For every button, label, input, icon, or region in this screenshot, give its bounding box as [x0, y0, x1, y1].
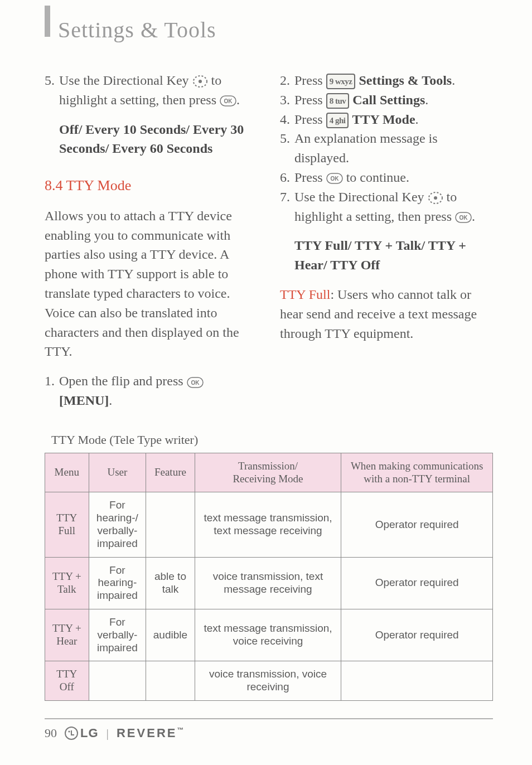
step-4: 4. Press 4 ghi TTY Mode.: [280, 110, 493, 129]
options-list: TTY Full/ TTY + Talk/ TTY + Hear/ TTY Of…: [294, 236, 493, 275]
period: .: [236, 93, 240, 107]
step-5-left: 5. Use the Directional Key to highlight …: [45, 71, 258, 168]
body-text: Press: [294, 112, 323, 127]
step-3: 3. Press 8 tuv Call Settings.: [280, 90, 493, 110]
two-column-layout: 5. Use the Directional Key to highlight …: [45, 71, 493, 410]
step-number: 5.: [280, 129, 290, 168]
period: .: [452, 73, 455, 88]
svg-point-13: [68, 730, 70, 732]
tty-intro-paragraph: Allows you to attach a TTY device enabli…: [45, 206, 258, 361]
body-text: Use the Directional Key: [59, 73, 189, 88]
svg-point-9: [434, 196, 437, 200]
col-mode: Transmission/ Receiving Mode: [195, 453, 341, 492]
svg-text:OK: OK: [224, 98, 233, 104]
svg-text:OK: OK: [191, 380, 200, 386]
step-2: 2. Press 9 wxyz Settings & Tools.: [280, 71, 493, 90]
tty-full-description: TTY Full: Users who cannot talk or hear …: [280, 285, 493, 343]
step-number: 1.: [45, 371, 55, 410]
step-number: 3.: [280, 90, 290, 110]
cell-menu: TTY + Hear: [45, 609, 89, 661]
col-operator: When making communications with a non-TT…: [341, 453, 493, 492]
svg-text:OK: OK: [459, 215, 468, 221]
lg-text: LG: [80, 726, 99, 740]
page-title: Settings & Tools: [58, 17, 493, 43]
body-text: Press: [294, 170, 323, 185]
cell-mode: text message transmission, text message …: [195, 492, 341, 557]
cell-user: For hearing- impaired: [89, 557, 146, 609]
step-number: 4.: [280, 110, 290, 129]
key-8-icon: 8 tuv: [326, 93, 350, 109]
tty-full-label: TTY Full: [280, 287, 330, 302]
cell-feature: [146, 492, 195, 557]
body-text: Press: [294, 73, 323, 88]
ok-key-icon: OK: [187, 377, 204, 388]
cell-menu: TTY + Talk: [45, 557, 89, 609]
table-caption: TTY Mode (Tele Type writer): [51, 433, 493, 447]
cell-feature: [146, 661, 195, 701]
header-accent-bar: [45, 6, 50, 37]
key-4-icon: 4 ghi: [326, 113, 349, 128]
section-heading: 8.4 TTY Mode: [45, 175, 258, 196]
ok-key-icon: OK: [455, 212, 472, 223]
step-7: 7. Use the Directional Key to highlight …: [280, 187, 493, 285]
cell-feature: able to talk: [146, 557, 195, 609]
step-number: 2.: [280, 71, 290, 90]
cell-op: Operator required: [341, 492, 493, 557]
step-number: 6.: [280, 168, 290, 187]
options-list: Off/ Every 10 Seconds/ Every 30 Seconds/…: [59, 120, 258, 159]
period: .: [415, 112, 419, 127]
cell-op: Operator required: [341, 609, 493, 661]
menu-name: Call Settings: [352, 93, 425, 107]
col-feature: Feature: [146, 453, 195, 492]
revere-logo: REVERE™: [117, 726, 185, 740]
col-menu: Menu: [45, 453, 89, 492]
col-user: User: [89, 453, 146, 492]
cell-user: For verbally- impaired: [89, 609, 146, 661]
key-9-icon: 9 wxyz: [326, 74, 356, 89]
cell-menu: TTY Off: [45, 661, 89, 701]
cell-mode: voice transmission, voice receiving: [195, 661, 341, 701]
table-row: TTY Full For hearing-/ verbally- impaire…: [45, 492, 493, 557]
table-row: TTY Off voice transmission, voice receiv…: [45, 661, 493, 701]
cell-mode: voice transmission, text message receivi…: [195, 557, 341, 609]
step-5-right: 5. An explanation message is displayed.: [280, 129, 493, 168]
cell-op: Operator required: [341, 557, 493, 609]
page-number: 90: [45, 726, 57, 740]
table-row: TTY + Hear For verbally- impaired audibl…: [45, 609, 493, 661]
period: .: [472, 209, 475, 224]
directional-key-icon: [428, 191, 443, 205]
page-footer: 90 LG | REVERE™: [45, 718, 493, 740]
body-text: An explanation message is displayed.: [294, 131, 438, 165]
cell-menu: TTY Full: [45, 492, 89, 557]
tty-mode-table: Menu User Feature Transmission/ Receivin…: [45, 453, 493, 701]
table-row: TTY + Talk For hearing- impaired able to…: [45, 557, 493, 609]
menu-name: TTY Mode: [352, 112, 415, 127]
lg-logo: LG: [65, 726, 99, 740]
step-1: 1. Open the flip and press OK [MENU].: [45, 371, 258, 410]
directional-key-icon: [192, 75, 208, 88]
period: .: [425, 93, 428, 107]
svg-point-1: [199, 80, 202, 83]
right-column: 2. Press 9 wxyz Settings & Tools. 3. Pre…: [280, 71, 493, 410]
separator: |: [107, 726, 109, 740]
cell-feature: audible: [146, 609, 195, 661]
body-text: Open the flip and press: [59, 374, 183, 388]
ok-key-icon: OK: [326, 173, 343, 184]
body-text: Press: [294, 93, 323, 107]
step-number: 5.: [45, 71, 55, 168]
cell-user: [89, 661, 146, 701]
ok-key-icon: OK: [220, 95, 236, 106]
svg-text:OK: OK: [330, 176, 339, 182]
step-6: 6. Press OK to continue.: [280, 168, 493, 187]
cell-user: For hearing-/ verbally- impaired: [89, 492, 146, 557]
body-text: to continue.: [346, 170, 409, 185]
period: .: [109, 393, 112, 408]
table-header-row: Menu User Feature Transmission/ Receivin…: [45, 453, 493, 492]
cell-mode: text message transmission, voice receivi…: [195, 609, 341, 661]
menu-name: Settings & Tools: [359, 73, 452, 88]
step-number: 7.: [280, 187, 290, 285]
cell-op: [341, 661, 493, 701]
left-column: 5. Use the Directional Key to highlight …: [45, 71, 258, 410]
body-text: Use the Directional Key: [294, 190, 424, 204]
menu-label: [MENU]: [59, 393, 109, 408]
